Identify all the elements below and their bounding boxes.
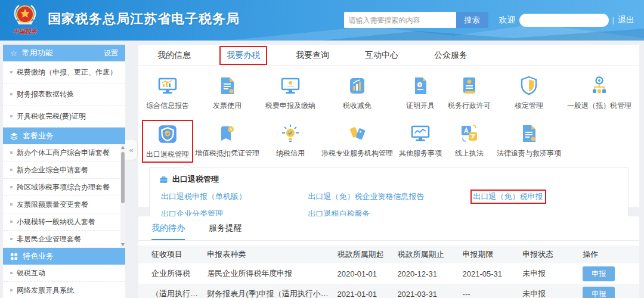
tab-inquiry[interactable]: 我要查询 (290, 47, 335, 64)
sidebar-item-financial-report-convert[interactable]: 财务报表数据转换 (3, 83, 125, 105)
brand: 中国税务 国家税务总局江苏省电子税务局 (8, 2, 240, 36)
sidebar-section-special: 特色业务 (3, 248, 125, 265)
tab-my-todo[interactable]: 我的待办 (151, 223, 185, 240)
service-label: 一般退（抵）税管理 (567, 101, 631, 111)
declare-button[interactable]: 申报 (583, 266, 615, 281)
sidebar-item-tax-payment[interactable]: 税费缴纳（申报、更正、作废） (3, 61, 125, 83)
bullet-icon (10, 238, 13, 240)
bullet-icon (10, 93, 13, 95)
service-label: 涉税专业服务机构管理 (321, 148, 393, 159)
sidebar-item-label: 新办企业综合申请套餐 (17, 165, 88, 175)
service-general-tax-refund[interactable]: 一般退（抵）税管理 (564, 73, 634, 113)
sidebar-item-nonresident-package[interactable]: 非居民企业管理套餐 (3, 231, 125, 248)
service-label: 税收减免 (343, 101, 371, 111)
service-label: 核定管理 (515, 101, 543, 111)
service-label: 其他服务事项 (399, 148, 442, 159)
layers-icon (10, 132, 18, 140)
sidebar-item-bank-tax-interaction[interactable]: 银税互动 (3, 265, 125, 282)
declare-button[interactable]: 申报 (583, 287, 615, 298)
legal-document-icon (518, 123, 540, 144)
search-button[interactable]: 搜索 (456, 12, 488, 28)
monitor-line-icon (410, 123, 431, 144)
tab-public-service[interactable]: 公众服务 (428, 47, 473, 64)
link-export-refund-qualification-report[interactable]: 出口退（免）税企业资格信息报告 (306, 191, 426, 203)
service-label: 线上执法 (455, 148, 484, 159)
tab-tax-handling[interactable]: 我要办税 (221, 47, 266, 64)
sidebar-item-new-individual-package[interactable]: 新办个体工商户综合申请套餐 (3, 144, 125, 162)
service-tax-reduction[interactable]: 税收减免 (340, 73, 374, 113)
bullet-icon (10, 115, 13, 117)
bullet-icon (10, 151, 13, 154)
scrollbar-thumb[interactable] (121, 152, 125, 203)
service-tax-professional-agency[interactable]: 涉税专业服务机构管理 (318, 121, 396, 162)
cell-period-end: 2021-03-31 (394, 290, 459, 298)
export-panel-title: 出口退税管理 (172, 174, 219, 185)
service-certificate-issuance[interactable]: 证明开具 (403, 73, 438, 113)
service-vat-deduction-voucher[interactable]: 增值税抵扣凭证管理 (192, 121, 262, 162)
cell-period-end: 2020-12-31 (394, 269, 459, 278)
col-header: 申报期限 (459, 249, 519, 260)
service-label: 综合信息报告 (146, 101, 189, 111)
scroll-down-icon[interactable] (121, 243, 125, 246)
service-assessment-management[interactable]: 核定管理 (512, 73, 546, 113)
search-input[interactable] (344, 12, 456, 28)
sidebar-collapse-handle[interactable]: « (125, 139, 138, 160)
tab-service-reminder[interactable]: 服务提醒 (209, 223, 242, 240)
link-export-refund-declare[interactable]: 出口退（免）税申报 (472, 191, 545, 203)
col-header: 申报表种类 (203, 249, 333, 260)
welcome-label: 欢迎 (499, 15, 516, 26)
tags-icon (346, 123, 368, 144)
service-administrative-license[interactable]: 税务行政许可 (445, 73, 494, 113)
main-panel: 我的信息 我要办税 我要查询 互动中心 公众服务 综合信息报告 发票使用 (138, 45, 639, 207)
service-tax-credit[interactable]: 纳税信用 (273, 121, 308, 162)
service-other-services[interactable]: 其他服务事项 (396, 121, 445, 162)
settings-button[interactable]: 设置 (104, 48, 118, 58)
table-row: 企业所得税 居民企业所得税年度申报 2020-01-01 2020-12-31 … (138, 263, 639, 284)
service-online-law-enforcement[interactable]: 线上执法 (452, 121, 487, 162)
sidebar-item-invoice-limit-package[interactable]: 发票限额票量变更套餐 (3, 196, 125, 213)
sidebar-item-tax-certificate[interactable]: 开具税收完税(费)证明 (3, 105, 125, 128)
lightbulb-icon (280, 123, 301, 144)
tab-interaction-center[interactable]: 互动中心 (359, 47, 404, 64)
sidebar-item-label: 银税互动 (17, 268, 45, 278)
col-header: 操作 (579, 249, 639, 260)
service-legal-liability-relief[interactable]: 法律追责与救济事项 (494, 121, 564, 162)
todo-tabs: 我的待办 服务提醒 (138, 216, 639, 241)
service-comprehensive-info-report[interactable]: 综合信息报告 (143, 73, 192, 113)
col-header: 税款所属期止 (394, 249, 459, 260)
export-shield-icon (156, 123, 179, 145)
national-emblem-icon (11, 2, 39, 29)
sidebar-item-label: 发票限额票量变更套餐 (17, 200, 88, 210)
service-invoice-use[interactable]: 发票使用 (210, 73, 244, 113)
service-label: 证明开具 (406, 101, 435, 111)
bullet-icon (10, 221, 13, 223)
service-tax-declaration-payment[interactable]: 税费申报及缴纳 (262, 73, 318, 113)
sidebar-item-small-to-general-package[interactable]: 小规模转一般纳税人套餐 (3, 213, 125, 231)
bullet-icon (10, 169, 13, 171)
service-grid: 综合信息报告 发票使用 税费申报及缴纳 (138, 66, 639, 162)
service-export-tax-refund[interactable]: 出口退税管理 (143, 121, 192, 162)
sidebar-item-cross-region-package[interactable]: 跨区域涉税事项综合办理套餐 (3, 179, 125, 196)
logout-link[interactable]: 退出 (618, 15, 634, 26)
sidebar-section-package-title: 套餐业务 (23, 131, 54, 141)
sidebar-item-label: 跨区域涉税事项综合办理套餐 (17, 182, 110, 193)
sidebar-section-special-title: 特色业务 (23, 251, 54, 262)
sidebar-item-new-enterprise-package[interactable]: 新办企业综合申请套餐 (3, 162, 125, 179)
table-header-row: 征收项目 申报表种类 税款所属期起 税款所属期止 申报期限 申报状态 操作 (138, 246, 639, 263)
col-header: 征收项目 (138, 249, 203, 260)
tab-my-info[interactable]: 我的信息 (151, 47, 197, 64)
scroll-up-icon[interactable] (121, 146, 125, 149)
tax-bureau-logo: 中国税务 (8, 2, 42, 36)
site-title: 国家税务总局江苏省电子税务局 (48, 10, 240, 28)
invoice-document-icon (216, 75, 238, 97)
sidebar-item-label: 财务报表数据转换 (17, 89, 74, 100)
welcome-area: 欢迎 | 退出 (499, 14, 634, 27)
link-export-refund-declare-standalone[interactable]: 出口退税申报（单机版） (159, 191, 248, 203)
col-header: 税款所属期起 (334, 249, 394, 260)
cell-status: 未申报 (519, 288, 579, 298)
logo-caption: 中国税务 (13, 27, 37, 36)
sidebar-item-online-invoice-system[interactable]: 网络发票开具系统 (3, 282, 125, 298)
pin-network-icon (589, 75, 610, 97)
sidebar-scrollbar[interactable] (120, 144, 125, 248)
todo-table: 征收项目 申报表种类 税款所属期起 税款所属期止 申报期限 申报状态 操作 企业… (138, 246, 639, 298)
